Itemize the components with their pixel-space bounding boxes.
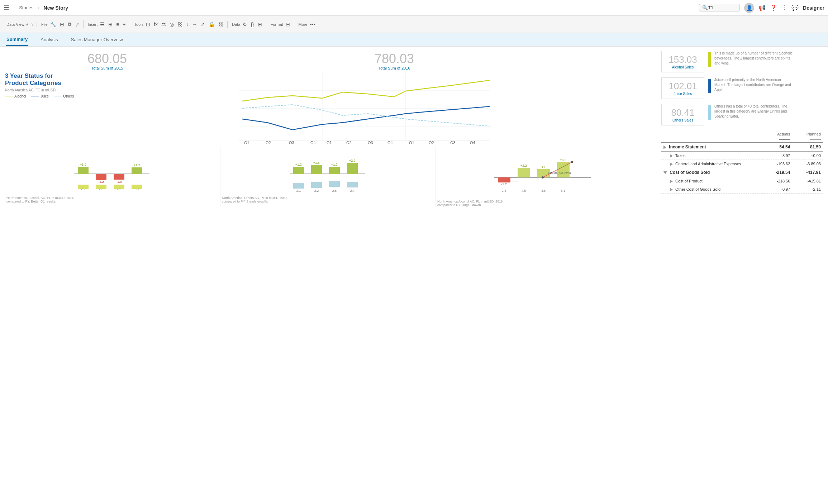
refresh-icon[interactable]: ↻ xyxy=(242,21,248,28)
cogs-planned: -417.91 xyxy=(792,168,823,177)
table-col-label xyxy=(661,130,762,142)
kpi-others-label: Others Sales xyxy=(667,118,699,122)
chart-info: 3 Year Status forProduct Categories Nort… xyxy=(5,72,74,98)
scale-icon[interactable]: ⚖ xyxy=(160,21,167,28)
more-dots-icon[interactable]: ••• xyxy=(309,21,317,28)
juice-color-bar xyxy=(708,79,711,93)
svg-text:+1.2: +1.2 xyxy=(295,163,302,166)
svg-text:+2.2: +2.2 xyxy=(520,164,527,167)
search-input[interactable] xyxy=(708,5,737,10)
svg-text:2.5: 2.5 xyxy=(332,189,337,192)
chart-title: 3 Year Status forProduct Categories xyxy=(5,72,74,87)
down-arrow-icon[interactable]: ↓ xyxy=(185,21,190,28)
tab-analysis[interactable]: Analysis xyxy=(40,33,58,46)
breadcrumb-chevron: › xyxy=(38,5,39,10)
cogs-expand-icon[interactable] xyxy=(663,171,667,174)
svg-text:2.4: 2.4 xyxy=(502,189,506,192)
search-box[interactable]: 🔍 xyxy=(699,4,740,11)
megaphone-icon[interactable]: 📢 xyxy=(758,4,766,11)
formula-icon[interactable]: fx xyxy=(153,21,159,28)
wrench-icon[interactable]: 🔧 xyxy=(49,21,57,28)
designer-label: Designer xyxy=(803,5,824,11)
kpi-others-desc: Others has a total of 40 total contribut… xyxy=(714,104,793,119)
svg-text:2.2: 2.2 xyxy=(314,189,319,192)
svg-text:Q3: Q3 xyxy=(289,141,294,144)
ocogs-actuals: -0.97 xyxy=(762,185,793,194)
kpi-2015: 680.05 Total Sum of 2015 xyxy=(87,52,127,70)
format-grid-icon[interactable]: ⊟ xyxy=(285,21,291,28)
taxes-planned: +0.00 xyxy=(792,152,823,160)
insert-filter-icon[interactable]: ≡ xyxy=(115,21,120,28)
hamburger-icon[interactable]: ☰ xyxy=(4,4,9,12)
top-bar-right: 🔍 👤 📢 ❓ ⋮ 💬 Designer xyxy=(699,3,824,13)
svg-text:+1: +1 xyxy=(542,165,545,169)
chain-icon[interactable]: ⛓ xyxy=(217,21,224,28)
tab-sales-manager[interactable]: Sales Manager Overveiw xyxy=(70,33,124,46)
kpi-juice-box: 102.01 Juice Sales xyxy=(661,77,704,99)
taxes-expand-icon[interactable] xyxy=(670,154,673,158)
svg-text:Q4: Q4 xyxy=(310,141,316,144)
bar-2014-q1-pos xyxy=(78,167,89,174)
trend-icon[interactable]: ↗ xyxy=(200,21,206,28)
more-icon[interactable]: ⋮ xyxy=(781,4,787,11)
cop-planned: -415.81 xyxy=(792,177,823,185)
chat-icon[interactable]: 💬 xyxy=(791,4,799,11)
alcohol-color-bar xyxy=(708,52,711,67)
income-expand-icon[interactable] xyxy=(663,146,666,149)
legend: Alcohol Juice Others xyxy=(5,94,74,98)
svg-text:+1.2: +1.2 xyxy=(331,163,338,166)
bar-2015-q3-b xyxy=(329,181,340,187)
grid-icon[interactable]: ⊞ xyxy=(59,21,65,28)
kpi-row: 680.05 Total Sum of 2015 780.03 Total Su… xyxy=(5,52,651,70)
breadcrumb-stories[interactable]: Stories xyxy=(19,5,33,10)
bar-2015-q4-b xyxy=(347,182,358,187)
nav-separator: | xyxy=(14,5,15,10)
insert-grid-icon[interactable]: ⊞ xyxy=(107,21,114,28)
svg-text:+115.00 (+44.75%): +115.00 (+44.75%) xyxy=(546,171,571,175)
external-icon[interactable]: ⊞ xyxy=(257,21,263,28)
kpi-2016-value: 780.03 xyxy=(375,52,414,65)
ga-actuals: -193.62 xyxy=(762,160,793,168)
help-icon[interactable]: ❓ xyxy=(770,4,777,11)
svg-point-54 xyxy=(571,161,573,163)
kpi-alcohol-label: Alcohol Sales xyxy=(667,65,699,69)
copy-icon[interactable]: ⧉ xyxy=(67,20,72,28)
bar-2014-q4-pos xyxy=(132,167,142,174)
target-icon[interactable]: ◎ xyxy=(168,21,175,28)
code-icon[interactable]: {} xyxy=(249,21,255,28)
svg-text:+3.2: +3.2 xyxy=(560,158,566,162)
svg-text:-1.2: -1.2 xyxy=(501,182,507,186)
kpi-juice-row: 102.01 Juice Sales Juices sell primarily… xyxy=(661,77,823,99)
kpi-alcohol-box: 153.03 Alcohol Sales xyxy=(661,51,704,72)
cop-expand-icon[interactable] xyxy=(670,180,673,183)
svg-rect-31 xyxy=(96,185,106,189)
insert-table-icon[interactable]: ☰ xyxy=(99,21,106,28)
table-col-actuals: Actuals xyxy=(762,130,793,142)
bar-chart-2015-svg: +1.2 +1.5 +1.2 +2.2 2.1 xyxy=(222,147,433,194)
bar-2014-q3-neg xyxy=(114,174,124,180)
insert-plus-icon[interactable]: + xyxy=(122,21,127,28)
arrow-icon[interactable]: → xyxy=(191,21,198,28)
file-label: File xyxy=(41,22,48,27)
share-icon[interactable]: ⤤ xyxy=(74,21,80,28)
kpi-others-value: 80.41 xyxy=(667,107,699,118)
tab-summary[interactable]: Summary xyxy=(6,33,28,46)
more-label: More xyxy=(299,22,308,27)
ga-expand-icon[interactable] xyxy=(670,162,673,166)
dataview-label: Data View xyxy=(6,22,24,27)
left-panel: 680.05 Total Sum of 2015 780.03 Total Su… xyxy=(0,47,656,504)
link-icon[interactable]: ⛓ xyxy=(176,21,184,28)
kpi-alcohol-row: 153.03 Alcohol Sales This is made up of … xyxy=(661,51,823,72)
filter-icon[interactable]: ⊡ xyxy=(145,21,151,28)
legend-alcohol-label: Alcohol xyxy=(14,94,26,98)
dataview-caret[interactable]: ∧ xyxy=(26,22,28,26)
cop-label: Cost of Product xyxy=(661,177,762,185)
toolbar: Data View ∧ ∨ File 🔧 ⊞ ⧉ ⤤ Insert ☰ ⊞ ≡ … xyxy=(0,16,828,33)
ocogs-label: Other Cost of Goods Sold xyxy=(661,185,762,194)
lock-icon[interactable]: 🔒 xyxy=(208,21,216,28)
dataview-caret2[interactable]: ∨ xyxy=(31,22,34,26)
ocogs-expand-icon[interactable] xyxy=(670,188,673,191)
ocogs-planned: -2.11 xyxy=(792,185,823,194)
bar-2015-q3 xyxy=(329,167,340,174)
actuals-line xyxy=(779,139,790,140)
